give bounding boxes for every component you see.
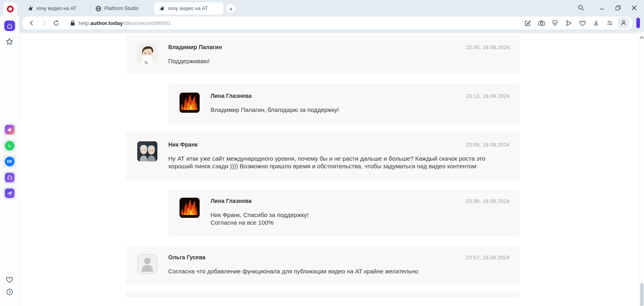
clock-icon [6, 288, 14, 296]
comment-avatar[interactable]: Лина [180, 93, 200, 113]
quill-favicon-icon [27, 6, 33, 12]
tab-label: хочу видео на АТ [36, 6, 76, 11]
telegram-button[interactable] [3, 186, 17, 200]
comment-text: Ник Франк, Спасибо за поддержку!Согласна… [211, 211, 510, 226]
page-scrollbar[interactable] [639, 32, 644, 306]
opera-logo-icon [7, 6, 14, 12]
comment-author[interactable]: Владимир Палагин [168, 44, 222, 50]
whatsapp-button[interactable] [3, 139, 17, 153]
globe-favicon-icon [95, 6, 101, 12]
avatar-text: Лина [184, 205, 195, 209]
pinned-app-authortoday[interactable] [3, 123, 17, 136]
comment-card-partial [126, 292, 520, 297]
comment-timestamp: 23:38, 18.08.2024 [466, 198, 510, 204]
comment-header: Лина Глазнева 23:13, 18.08.2024 [211, 93, 510, 99]
tab-1[interactable]: хочу видео на АТ [23, 2, 90, 14]
new-tab-button[interactable]: + [227, 4, 235, 13]
comment-author[interactable]: Ник Франк [168, 141, 198, 148]
comment-card: Лина Лина Глазнева 23:38, 18.08.2024 Ник… [168, 189, 520, 236]
comment-timestamp: 23:13, 18.08.2024 [466, 93, 510, 99]
comment-header: Лина Глазнева 23:38, 18.08.2024 [211, 198, 510, 204]
comment-body: Лина Глазнева 23:13, 18.08.2024 Владимир… [211, 93, 510, 114]
cartoon-man-avatar-image [137, 44, 157, 64]
bookmarks-button[interactable] [5, 37, 14, 46]
page-content: Владимир Палагин 22:45, 18.08.2024 Подде… [19, 32, 644, 306]
paper-plane-icon [5, 188, 14, 198]
comment-author[interactable]: Лина Глазнева [211, 93, 252, 99]
url-subdomain: help. [78, 20, 90, 26]
favorite-heart-button[interactable] [577, 17, 588, 29]
sidebar-panel-indicator[interactable] [636, 18, 640, 28]
star-icon [5, 37, 14, 46]
comment-avatar[interactable]: Лина [180, 198, 200, 218]
opera-menu-button[interactable] [3, 2, 17, 15]
snapshot-edit-button[interactable] [522, 17, 533, 29]
comment-text: Ну АТ итак уже сайт международного уровн… [168, 155, 510, 170]
maximize-button[interactable] [614, 4, 621, 11]
downloads-button[interactable] [590, 17, 602, 29]
comment-text: Согласна что добавление функционала для … [168, 267, 510, 275]
vpn-shield-button[interactable] [549, 17, 561, 29]
address-bar-row: help.author.today/ideas/record/86801 [19, 15, 644, 32]
comment-author[interactable]: Лина Глазнева [211, 198, 252, 204]
flames-avatar-image: Лина [180, 198, 200, 218]
url-path: /ideas/record/86801 [123, 20, 171, 26]
vk-icon: VK [5, 157, 14, 166]
comment-avatar[interactable] [137, 44, 157, 64]
start-page-button[interactable] [4, 21, 15, 31]
comment-card: Владимир Палагин 22:45, 18.08.2024 Подде… [126, 35, 520, 74]
comment-card: Лина Лина Глазнева 23:13, 18.08.2024 Вла… [168, 84, 520, 123]
search-tabs-button[interactable] [577, 4, 584, 11]
tab-2[interactable]: Platform Studio [91, 2, 151, 14]
browser-sidebar: VK [0, 15, 19, 306]
easy-setup-button[interactable] [604, 17, 615, 29]
person-icon [620, 19, 627, 27]
music-player-button[interactable] [3, 171, 17, 184]
comment-list: Владимир Палагин 22:45, 18.08.2024 Подде… [19, 32, 644, 285]
authortoday-quill-icon [5, 125, 14, 134]
url-domain: author.today [90, 20, 123, 26]
whatsapp-icon [5, 141, 14, 151]
comment-timestamp: 22:45, 18.08.2024 [466, 44, 510, 50]
minimize-button[interactable] [598, 4, 605, 11]
camera-button[interactable] [536, 17, 547, 29]
home-icon [6, 23, 12, 29]
browser-window: хочу видео на АТ Platform Studio хочу ви… [0, 0, 644, 306]
comment-author[interactable]: Ольга Гусева [168, 254, 205, 261]
heart-icon [5, 275, 14, 284]
comment-avatar[interactable] [137, 141, 157, 161]
tab-bar: хочу видео на АТ Platform Studio хочу ви… [0, 0, 644, 15]
comment-header: Владимир Палагин 22:45, 18.08.2024 [168, 44, 510, 50]
profile-button[interactable] [618, 17, 629, 29]
flames-avatar-image: Лина [180, 93, 200, 113]
comment-avatar[interactable] [137, 254, 157, 274]
comment-body: Ольга Гусева 23:57, 18.08.2024 Согласна … [168, 254, 510, 275]
comment-timestamp: 23:08, 18.08.2024 [466, 142, 510, 148]
quill-favicon-icon [159, 6, 165, 12]
address-bar[interactable]: help.author.today/ideas/record/86801 [23, 17, 632, 29]
close-window-button[interactable] [630, 4, 638, 11]
comment-text: Владимир Палагин, благодарю за поддержку… [211, 106, 510, 114]
back-button[interactable] [27, 18, 37, 28]
lock-icon[interactable] [70, 20, 75, 26]
comment-timestamp: 23:57, 18.08.2024 [466, 254, 510, 261]
tab-3-active[interactable]: хочу видео на АТ [154, 2, 223, 14]
reload-button[interactable] [51, 18, 61, 28]
tab-label: Platform Studio [104, 6, 138, 11]
tab-label: хочу видео на АТ [168, 6, 208, 11]
scrollbar-thumb[interactable] [640, 283, 644, 306]
forward-button[interactable] [39, 18, 49, 28]
silver-duo-avatar-image [137, 141, 157, 161]
comment-header: Ольга Гусева 23:57, 18.08.2024 [168, 254, 510, 261]
comment-body: Лина Глазнева 23:38, 18.08.2024 Ник Фран… [211, 198, 510, 226]
comment-card: Ник Франк 23:08, 18.08.2024 Ну АТ итак у… [126, 133, 520, 180]
favorites-button[interactable] [5, 275, 14, 284]
vk-messenger-button[interactable]: VK [3, 155, 17, 168]
placeholder-avatar-image [137, 254, 157, 274]
send-to-flow-button[interactable] [563, 17, 574, 29]
scroll-up-arrow-icon[interactable] [640, 33, 644, 41]
history-button[interactable] [5, 287, 14, 297]
url-text: help.author.today/ideas/record/86801 [78, 20, 171, 26]
comment-text: Поддерживаю! [168, 57, 510, 65]
comment-body: Ник Франк 23:08, 18.08.2024 Ну АТ итак у… [168, 141, 510, 170]
